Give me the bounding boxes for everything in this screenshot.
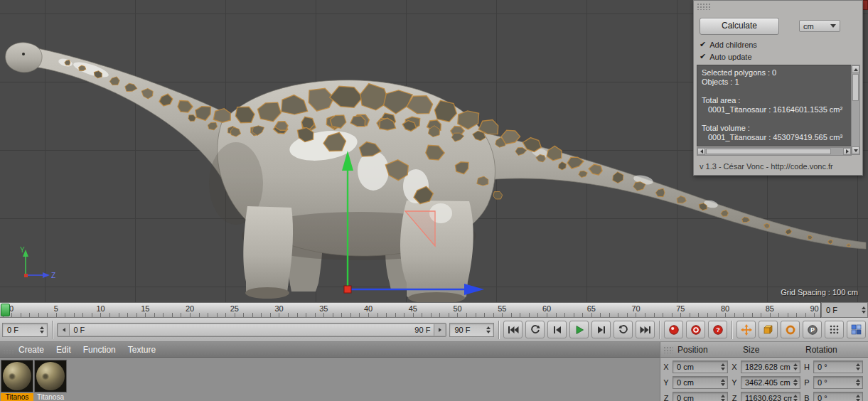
size-x-field[interactable]: 1829.628 cm xyxy=(741,360,800,373)
toggle-parameter-keys-button[interactable]: P xyxy=(803,321,822,338)
point-level-animation-icon xyxy=(829,324,840,335)
keyframe-selection-button[interactable]: ? xyxy=(708,321,727,338)
rotation-b-label: B xyxy=(803,394,811,401)
stepper[interactable] xyxy=(792,379,799,386)
result-line: 0001_Titanosaur : 453079419.565 cm³ xyxy=(702,133,847,142)
header-size: Size xyxy=(743,345,805,355)
material-thumbnail-titanosaur-2[interactable] xyxy=(34,360,67,392)
scale-cube-icon xyxy=(763,324,773,335)
range-end-handle[interactable] xyxy=(434,324,445,336)
horizontal-scroll-thumb[interactable] xyxy=(706,149,831,154)
stepper[interactable] xyxy=(854,363,862,370)
stepper[interactable] xyxy=(854,379,862,386)
ruler-tick-label: 25 xyxy=(230,304,239,313)
goto-end-button[interactable] xyxy=(636,321,655,338)
rotation-h-field[interactable]: 0 ° xyxy=(813,360,863,373)
timeline-range-slider[interactable]: 0 F 90 F xyxy=(57,323,446,337)
play-icon xyxy=(574,325,584,335)
result-line: 0001_Titanosaur : 16164601.1535 cm² xyxy=(702,105,847,114)
panel-grip-handle[interactable] xyxy=(697,3,711,10)
position-z-field[interactable]: 0 cm xyxy=(673,392,728,401)
size-y-field[interactable]: 3462.405 cm xyxy=(741,376,800,389)
bottom-managers: Create Edit Function Texture Titanos Tit… xyxy=(0,342,868,401)
svg-text:P: P xyxy=(810,326,815,333)
ruler-tick-label: 70 xyxy=(631,304,640,313)
goto-start-button[interactable] xyxy=(503,321,523,338)
end-frame-stepper[interactable] xyxy=(485,326,492,333)
size-z-label: Z xyxy=(730,394,739,401)
checkbox-add-childrens-label: Add childrens xyxy=(709,41,757,49)
vertical-scroll-thumb[interactable] xyxy=(852,74,859,101)
result-line xyxy=(702,114,847,124)
position-y-field[interactable]: 0 cm xyxy=(673,376,728,389)
material-thumbnail-titanosaur[interactable] xyxy=(1,360,33,392)
material-name-selected[interactable]: Titanos xyxy=(1,393,33,401)
menu-create[interactable]: Create xyxy=(18,345,44,355)
layout-tiles-button[interactable] xyxy=(847,321,866,338)
ruler-tick-label: 35 xyxy=(319,304,328,313)
next-frame-button[interactable] xyxy=(591,321,611,338)
current-frame-stepper[interactable] xyxy=(38,326,45,333)
gizmo-origin-handle[interactable] xyxy=(344,286,351,293)
horizontal-scrollbar[interactable] xyxy=(697,147,852,156)
current-frame-marker[interactable] xyxy=(1,304,10,316)
checkbox-add-childrens[interactable]: ✔ Add childrens xyxy=(700,40,757,49)
stepper[interactable] xyxy=(792,395,799,401)
next-key-button[interactable] xyxy=(614,321,633,338)
scroll-down-icon[interactable] xyxy=(852,146,859,154)
prev-frame-button[interactable] xyxy=(547,321,567,338)
stepper[interactable] xyxy=(792,363,799,370)
result-line: Objects : 1 xyxy=(702,77,847,87)
blue-grid-icon xyxy=(851,324,862,335)
stepper[interactable] xyxy=(719,363,727,370)
ruler-frame-field[interactable]: 0 F xyxy=(821,302,868,318)
scroll-left-icon[interactable] xyxy=(697,148,705,155)
ruler-tick-label: 20 xyxy=(186,304,194,313)
frame-stepper[interactable] xyxy=(860,306,867,314)
checkbox-auto-update-label: Auto update xyxy=(709,53,751,61)
prev-key-button[interactable] xyxy=(525,321,545,338)
autokeying-button[interactable] xyxy=(686,321,705,338)
record-keyframe-button[interactable] xyxy=(664,321,683,338)
play-button[interactable] xyxy=(569,321,589,338)
size-z-field[interactable]: 11630.623 cm xyxy=(741,392,800,401)
goto-end-icon xyxy=(640,326,651,334)
goto-start-icon xyxy=(508,326,519,334)
rotation-p-field[interactable]: 0 ° xyxy=(813,376,863,389)
result-line xyxy=(702,87,847,96)
timeline-ruler[interactable]: 051015202530354045505560657075808590 xyxy=(0,302,820,318)
checkbox-auto-update[interactable]: ✔ Auto update xyxy=(700,52,752,61)
current-frame-field[interactable]: 0 F xyxy=(2,323,48,337)
checkmark-icon: ✔ xyxy=(700,40,706,49)
menu-edit[interactable]: Edit xyxy=(56,345,71,355)
toggle-pla-keys-button[interactable] xyxy=(825,321,844,338)
plugin-credit: v 1.3 - César Vonc - http://code.vonc.fr xyxy=(700,162,833,171)
toggle-scale-keys-button[interactable] xyxy=(759,321,778,338)
size-x-label: X xyxy=(730,363,739,371)
scroll-right-icon[interactable] xyxy=(843,148,851,155)
vertical-scrollbar[interactable] xyxy=(851,65,860,155)
material-grip-handle[interactable] xyxy=(3,346,14,353)
toggle-position-keys-button[interactable] xyxy=(736,321,756,338)
material-name[interactable]: Titanosa xyxy=(34,393,67,401)
end-frame-field[interactable]: 90 F xyxy=(449,323,494,337)
axis-y-label: Y xyxy=(20,246,25,254)
scroll-up-icon[interactable] xyxy=(852,65,859,73)
rotation-h-label: H xyxy=(803,363,811,371)
header-rotation: Rotation xyxy=(805,345,837,355)
toggle-rotation-keys-button[interactable] xyxy=(781,321,800,338)
position-x-field[interactable]: 0 cm xyxy=(673,360,728,373)
range-start-handle[interactable] xyxy=(58,324,70,336)
rotation-b-field[interactable]: 0 ° xyxy=(813,392,863,401)
unit-dropdown[interactable]: cm xyxy=(799,20,840,32)
menu-function[interactable]: Function xyxy=(83,345,116,355)
menu-texture[interactable]: Texture xyxy=(128,345,156,355)
volume-calculator-panel: Calculate cm ✔ Add childrens ✔ Auto upda… xyxy=(693,0,863,176)
stepper[interactable] xyxy=(719,395,727,401)
stepper[interactable] xyxy=(854,395,862,401)
position-cross-icon xyxy=(741,324,752,336)
calculate-button[interactable]: Calculate xyxy=(700,18,779,35)
coordinates-grip-handle[interactable] xyxy=(663,346,673,353)
keyframe-help-icon: ? xyxy=(712,324,724,336)
stepper[interactable] xyxy=(719,379,727,386)
